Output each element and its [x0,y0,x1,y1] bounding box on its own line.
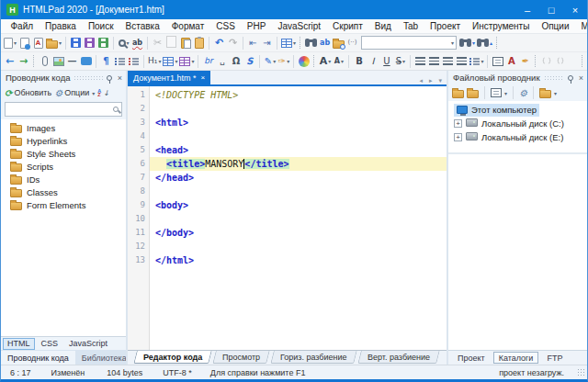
insert-script-button[interactable]: S [243,53,256,70]
code-line[interactable]: <!DOCTYPE HTML> [150,88,447,102]
tree-item[interactable]: Form Elements [1,198,126,211]
regex-builder-button[interactable]: (··) [345,35,359,51]
bullet-list-button[interactable] [113,53,127,70]
tree-item[interactable]: Images [1,121,126,134]
view-tab-3[interactable]: Гориз. разбиение [271,351,357,364]
code-line[interactable] [150,102,447,116]
options-button[interactable]: ⚙ Опции ▾ [54,88,95,98]
php-open-tag-button[interactable]: { } [539,53,553,70]
explorer-tab-1[interactable]: Проект [452,352,491,364]
view-tab-1[interactable]: Редактор кода [133,351,212,364]
heading-button[interactable]: H₁▾ [147,53,162,70]
frame-button[interactable] [491,53,504,70]
search-button[interactable]: ▾ [117,35,130,51]
numbered-list-button[interactable] [127,53,141,70]
strikethrough-button[interactable]: S▾ [393,53,407,70]
parent-folder-button[interactable] [452,87,464,98]
code-line[interactable] [150,240,447,253]
paragraph-button[interactable]: ¶ [99,53,113,70]
open-template-button[interactable] [31,35,45,51]
view-tab-2[interactable]: Просмотр [213,351,271,364]
cut-button[interactable]: ✂ [151,35,164,51]
pin-icon[interactable] [107,75,112,81]
language-tab-1[interactable]: HTML [3,338,35,350]
menu-file[interactable]: Файл [5,19,40,34]
code-line[interactable] [150,129,447,143]
tree-item[interactable]: Style Sheets [1,147,126,160]
insert-table-button[interactable]: ▾ [162,53,178,70]
pin-icon[interactable] [568,75,573,81]
explorer-tab-3[interactable]: FTP [541,352,568,364]
align-right-button[interactable] [441,53,455,70]
code-sweeper-button[interactable]: ✑▾ [277,53,290,70]
menu-macros[interactable]: Макрос [575,19,587,34]
find-previous-button[interactable]: ▴ [476,35,493,51]
insert-div-button[interactable]: ▾ [178,53,195,70]
view-mode-button[interactable]: ▾ [491,88,507,97]
tree-item[interactable]: +Локальный диск (C:) [448,117,587,130]
tree-item[interactable]: Classes [1,185,126,198]
insert-image-button[interactable] [51,53,65,70]
document-tab[interactable]: Документ1.htm * × [128,71,210,84]
undo-button[interactable]: ↶ [212,35,226,51]
forward-button[interactable]: → [17,53,30,70]
menu-options[interactable]: Опции [536,19,575,34]
close-button[interactable]: × [563,0,587,19]
align-center-button[interactable] [427,53,441,70]
refresh-button[interactable]: ⟳ Обновить [5,88,51,98]
resize-grip[interactable] [577,368,585,376]
code-line[interactable]: <html> [150,116,447,129]
horizontal-rule-button[interactable]: — [65,53,79,70]
code-line[interactable]: <head> [150,143,447,157]
folder-options-button[interactable]: ⚙ [519,88,527,98]
tab-scroll-left-icon[interactable]: ◂ [419,77,423,84]
menu-javascript[interactable]: JavaScript [272,19,327,34]
redo-button[interactable]: ↷ [226,35,240,51]
search-text-input[interactable] [362,39,451,48]
menu-script[interactable]: Скрипт [327,19,369,34]
sort-button[interactable]: AZ ↓ [97,89,109,97]
tab-list-icon[interactable]: ▾ [438,77,442,84]
combo-dropdown-icon[interactable]: ▾ [451,39,456,46]
language-tab-3[interactable]: JavaScript [64,338,112,350]
spell-check-button[interactable]: ab [130,35,144,51]
decrease-font-button[interactable]: A▾ [332,53,345,70]
php-echo-tag-button[interactable]: {} [553,53,567,70]
bold-button[interactable]: B [352,53,366,70]
find-in-files-button[interactable] [332,35,345,51]
minimize-button[interactable]: – [515,0,539,19]
increase-font-button[interactable]: A▾ [318,53,332,70]
view-tab-4[interactable]: Верт. разбиение [357,351,440,364]
italic-button[interactable]: I [366,53,379,70]
paste-button[interactable] [178,35,192,51]
menu-insert[interactable]: Вставка [119,19,165,34]
tree-item-body[interactable]: Локальный диск (C:) [466,118,564,129]
tree-item[interactable]: IDs [1,173,126,185]
maximize-button[interactable]: □ [539,0,563,19]
tab-scroll-right-icon[interactable]: ▸ [429,77,433,84]
menu-view[interactable]: Вид [368,19,397,34]
menu-edit[interactable]: Правка [40,19,83,34]
hyperlink-button[interactable] [38,53,51,70]
indent-button[interactable]: ⇥ [260,35,274,51]
non-breaking-space-button[interactable]: ␣ [215,53,229,70]
code-line[interactable]: </head> [150,171,447,185]
find-next-button[interactable]: ▾ [458,35,476,51]
code-line[interactable]: </body> [150,226,447,240]
language-tab-2[interactable]: CSS [37,338,63,350]
tree-item[interactable]: Hyperlinks [1,134,126,147]
close-panel-icon[interactable]: × [118,73,122,83]
editor-gutter[interactable]: 12345678910111213 [128,86,150,350]
code-line[interactable] [150,185,447,198]
special-characters-button[interactable]: Ω [229,53,243,70]
tree-item-body[interactable]: Локальный диск (E:) [466,132,563,142]
menu-css[interactable]: CSS [210,19,242,34]
panel-tab-2[interactable]: Библиотека [75,351,133,365]
expand-icon[interactable]: + [454,119,462,128]
new-document-button[interactable]: ▾ [3,35,17,51]
menu-search[interactable]: Поиск [82,19,119,34]
find-button[interactable] [304,35,318,51]
save-as-button[interactable] [96,35,110,51]
line-break-button[interactable]: br [201,53,215,70]
code-line[interactable] [150,212,447,226]
